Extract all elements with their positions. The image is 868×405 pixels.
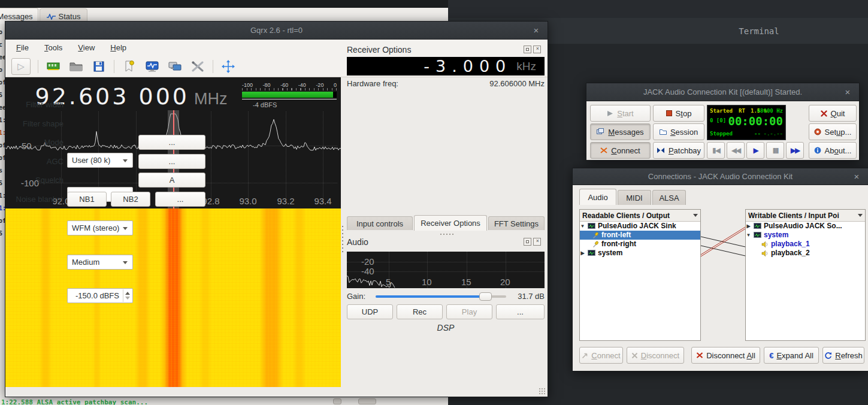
tree-row-client[interactable]: ▶ system xyxy=(580,249,700,258)
jack-patchbay-button[interactable]: Patchbay xyxy=(653,142,704,159)
gain-slider-handle[interactable] xyxy=(479,292,492,301)
gain-slider[interactable] xyxy=(376,295,506,298)
save-settings-button[interactable] xyxy=(91,59,107,74)
dock-close-icon[interactable]: × xyxy=(533,238,541,246)
expander-closed-icon[interactable]: ▶ xyxy=(580,249,585,258)
transport-rewind-button[interactable]: ◀◀ xyxy=(727,142,745,159)
meter-readout: -4 dBFS xyxy=(253,101,337,108)
nb2-button[interactable]: NB2 xyxy=(111,192,150,207)
tree-row-port[interactable]: playback_1 xyxy=(746,240,865,249)
disconnect-all-button[interactable]: Disconnect All xyxy=(691,347,760,364)
scrollbar-piece[interactable] xyxy=(333,398,341,404)
menu-tools[interactable]: Tools xyxy=(44,43,62,52)
jack-stop-button[interactable]: Stop xyxy=(653,105,704,122)
jack-quit-button[interactable]: Quit xyxy=(809,105,857,122)
offset-unit: kHz xyxy=(516,60,536,73)
tab-status-label: Status xyxy=(59,12,81,21)
desktop: Terminal Messages Status oc eeo ofS ee1:… xyxy=(0,0,868,405)
filter-width-select[interactable]: User (80 k) xyxy=(67,153,133,168)
mode-select[interactable]: WFM (stereo) xyxy=(67,220,133,235)
tab-receiver-options[interactable]: Receiver Options xyxy=(414,215,487,231)
play-button[interactable]: Play xyxy=(446,304,492,319)
transport-play-button[interactable]: ▶ xyxy=(746,142,764,159)
disconnect-all-icon xyxy=(696,352,703,359)
spin-arrows[interactable] xyxy=(123,289,132,302)
dock-separator[interactable] xyxy=(440,233,455,235)
audio-trace xyxy=(347,252,545,288)
agc-label: AGC xyxy=(5,154,63,169)
offset-value[interactable]: -3.000 xyxy=(424,57,512,75)
audio-options-button[interactable]: ... xyxy=(496,304,545,319)
readable-clients-header[interactable]: Readable Clients / Output xyxy=(580,210,700,222)
dock-close-icon[interactable]: × xyxy=(533,46,541,53)
expander-closed-icon[interactable]: ▶ xyxy=(746,222,751,231)
jack-start-button[interactable]: Start xyxy=(590,105,651,122)
tree-row-port-selected[interactable]: front-left xyxy=(580,231,700,240)
connect-button[interactable]: Connect xyxy=(579,347,623,364)
io-config-button[interactable] xyxy=(46,59,61,74)
tools-button[interactable] xyxy=(190,59,205,74)
tab-alsa[interactable]: ALSA xyxy=(652,190,686,205)
bookmarks-button[interactable] xyxy=(122,59,137,74)
transport-forward-button[interactable]: ▶▶ xyxy=(786,142,804,159)
jack-messages-button[interactable]: Messages xyxy=(590,123,651,140)
mode-options-button[interactable]: ... xyxy=(138,135,205,150)
rec-button[interactable]: Rec xyxy=(397,304,443,319)
connect-arrow-icon xyxy=(582,352,588,359)
disconnect-button[interactable]: Disconnect xyxy=(627,347,684,364)
jack-setup-button[interactable]: Setup... xyxy=(809,123,857,140)
tree-row-client[interactable]: ▼ PulseAudio JACK Sink xyxy=(580,222,700,231)
start-dsp-button[interactable]: ▷ xyxy=(11,58,31,75)
background-titlebar xyxy=(0,0,448,8)
tree-row-port[interactable]: playback_2 xyxy=(746,249,865,258)
refresh-button[interactable]: Refresh xyxy=(822,347,864,364)
dock-float-icon[interactable] xyxy=(524,238,531,246)
jack-connect-button[interactable]: Connect xyxy=(590,142,651,159)
nb-options-button[interactable]: ... xyxy=(155,192,205,207)
nb1-button[interactable]: NB1 xyxy=(67,192,107,207)
agc-select[interactable]: Medium xyxy=(67,255,133,270)
session-folder-icon xyxy=(660,129,667,135)
udp-button[interactable]: UDP xyxy=(347,304,393,319)
tree-row-client[interactable]: ▼ system xyxy=(746,231,865,240)
tab-audio[interactable]: Audio xyxy=(579,189,616,205)
jack-session-button[interactable]: Session xyxy=(653,123,704,140)
load-settings-button[interactable] xyxy=(68,59,84,74)
expander-open-icon[interactable]: ▼ xyxy=(746,231,751,240)
menu-help[interactable]: Help xyxy=(110,43,126,52)
menu-file[interactable]: File xyxy=(16,43,29,52)
tab-input-controls[interactable]: Input controls xyxy=(347,216,413,230)
agc-options-button[interactable]: ... xyxy=(138,154,205,169)
waterfall[interactable] xyxy=(5,208,341,387)
expander-open-icon[interactable]: ▼ xyxy=(580,222,585,231)
dsp-monitor-button[interactable] xyxy=(144,59,160,74)
tab-midi[interactable]: MIDI xyxy=(618,190,651,205)
connections-close-icon[interactable]: × xyxy=(851,168,862,185)
dock-float-icon[interactable] xyxy=(524,46,531,53)
resize-grip[interactable] xyxy=(539,388,546,395)
gqrx-close-icon[interactable]: × xyxy=(531,22,542,39)
jack-close-icon[interactable]: × xyxy=(842,83,853,101)
offset-lcd[interactable]: -3.000 kHz xyxy=(347,57,545,75)
menu-view[interactable]: View xyxy=(78,43,95,52)
jack-about-button[interactable]: About... xyxy=(809,142,857,159)
transport-rewind-start-button[interactable]: ▮◀ xyxy=(707,142,725,159)
audio-spectrum[interactable]: -20 -40 5 10 15 20 xyxy=(347,252,545,288)
splitter-handle[interactable] xyxy=(341,225,344,253)
transport-pause-button[interactable]: ▮▮ xyxy=(766,142,784,159)
gqrx-titlebar[interactable]: Gqrx 2.6 - rtl=0 × xyxy=(5,22,548,40)
center-frequency-button[interactable] xyxy=(220,59,236,74)
squelch-spinbox[interactable]: -150.0 dBFS xyxy=(67,288,133,303)
expand-all-button[interactable]: € Expand All xyxy=(764,347,819,364)
tree-row-client[interactable]: ▶ PulseAudio JACK So... xyxy=(746,222,865,231)
scrollbar-handle[interactable] xyxy=(358,398,376,404)
jack-titlebar[interactable]: JACK Audio Connection Kit [(default)] St… xyxy=(586,83,859,101)
tree-row-port[interactable]: front-right xyxy=(580,240,700,249)
tab-fft-settings[interactable]: FFT Settings xyxy=(488,216,545,230)
writable-clients-header[interactable]: Writable Clients / Input Poi xyxy=(746,210,865,222)
meter-bar xyxy=(242,92,337,98)
noise-blanker-label: Noise blanker xyxy=(5,192,63,207)
squelch-auto-button[interactable]: A xyxy=(138,173,205,188)
connections-titlebar[interactable]: Connections - JACK Audio Connection Kit … xyxy=(573,168,868,185)
remote-control-button[interactable] xyxy=(167,59,183,74)
